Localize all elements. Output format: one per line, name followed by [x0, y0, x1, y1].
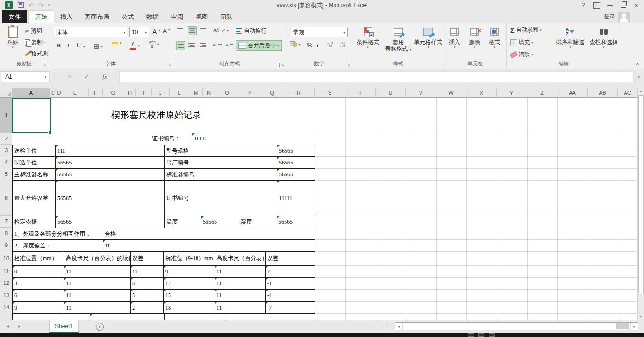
sheet-cell[interactable]: 11 [64, 265, 131, 278]
sheet-cell[interactable]: 11 [215, 301, 266, 314]
number-format-combo[interactable]: 常规▾ [291, 27, 348, 37]
ribbon-tab-插入[interactable]: 插入 [54, 10, 79, 23]
row-header-5[interactable]: 5 [0, 168, 12, 180]
increase-decimal-button[interactable]: ←.0.00 [327, 41, 333, 48]
cancel-button[interactable]: × [63, 71, 77, 82]
borders-button[interactable]: ⊞▾ [94, 42, 103, 51]
sheet-cell[interactable]: 15 [163, 289, 215, 302]
sheet-cell[interactable]: 0 [12, 265, 64, 278]
ribbon-tab-视图[interactable]: 视图 [189, 10, 214, 23]
sheet-cell[interactable]: 56565 [55, 156, 165, 169]
sheet-cell[interactable]: 56565 [55, 180, 165, 216]
underline-button[interactable]: U [77, 42, 81, 49]
sign-in-area[interactable]: 登录 [604, 10, 630, 23]
alignment-dialog-launcher-icon[interactable]: ↘ [279, 63, 284, 67]
sheet-cell[interactable]: 误差 [265, 251, 315, 266]
decrease-decimal-button[interactable]: .00→.0 [339, 41, 345, 48]
sheet-cell[interactable]: 5 [130, 289, 164, 302]
row-header-1[interactable]: 1 [0, 98, 12, 133]
insert-function-button[interactable]: fx [98, 71, 112, 82]
column-header-C[interactable]: C [50, 88, 56, 98]
underline-dropdown-icon[interactable]: ▾ [83, 45, 85, 48]
italic-button[interactable]: I [67, 42, 69, 49]
column-header-A[interactable]: A [12, 88, 50, 98]
column-header-Z[interactable]: Z [527, 88, 557, 98]
column-header-E[interactable]: E [62, 88, 89, 98]
delete-cells-button[interactable]: × 删除▾ [465, 25, 484, 49]
merge-center-button[interactable]: 合并后居中▾ [236, 40, 282, 51]
column-header-D[interactable]: D [56, 88, 62, 98]
sheet-cell[interactable]: 56565 [277, 156, 315, 169]
copy-button[interactable]: 复制▾ [25, 38, 46, 46]
column-header-X[interactable]: X [466, 88, 497, 98]
column-header-T[interactable]: T [345, 88, 376, 98]
column-header-AA[interactable]: AA [557, 88, 588, 98]
sort-filter-button[interactable]: AZ 排序和筛选▾ [554, 25, 586, 49]
sheet-cell[interactable]: 56565 [277, 145, 315, 157]
row-header-3[interactable]: 3 [0, 145, 12, 156]
row-header-14[interactable]: 14 [0, 301, 12, 313]
font-size-combo[interactable]: 10▾ [129, 27, 149, 37]
sheet-cell[interactable]: 出厂编号 [164, 156, 277, 169]
horizontal-scrollbar-thumb[interactable] [616, 323, 629, 329]
row-header-11[interactable]: 11 [0, 265, 12, 277]
sheet-cell[interactable] [12, 313, 90, 320]
sheet-cell[interactable]: -7 [265, 301, 315, 314]
find-select-button[interactable]: 查找和选择▾ [588, 25, 619, 49]
sheet-cell[interactable]: 11 [215, 265, 266, 278]
conditional-formatting-button[interactable]: ≠ 条件格式▾ [353, 25, 383, 49]
sheet-cell[interactable]: 18 [163, 301, 215, 314]
sheet-cell[interactable]: 6 [12, 289, 64, 302]
autosum-button[interactable]: Σ 自动求和▾ [510, 26, 542, 34]
wrap-text-button[interactable]: 自动换行 [236, 27, 267, 35]
restore-button[interactable] [617, 3, 630, 8]
sheet-cell[interactable]: 2、厚度偏差： [12, 239, 103, 252]
ribbon-tab-file[interactable]: 文件 [2, 10, 27, 23]
sheet-tab-sheet1[interactable]: Sheet1 [49, 320, 79, 333]
sheet-cell[interactable]: 56565 [277, 216, 315, 228]
row-header-6[interactable]: 6 [0, 180, 12, 216]
column-header-P[interactable]: P [239, 88, 261, 98]
sheet-cell[interactable]: 56565 [55, 216, 165, 228]
row-header-8[interactable]: 8 [0, 228, 12, 239]
column-header-R[interactable]: R [283, 88, 315, 98]
row-header-2[interactable]: 2 [0, 133, 12, 145]
scroll-right-icon[interactable]: ► [630, 323, 638, 330]
next-sheet-icon[interactable]: ► [17, 324, 21, 328]
sheet-cell[interactable]: 主标准器名称 [12, 168, 56, 181]
sheet-cell[interactable]: 温度 [164, 216, 201, 228]
sheet-cell[interactable]: 56565 [55, 168, 165, 181]
fill-button[interactable]: ↓ 填充▾ [510, 38, 533, 46]
comma-style-button[interactable]: , [316, 39, 318, 48]
column-header-Y[interactable]: Y [497, 88, 527, 98]
scroll-down-icon[interactable]: ▼ [638, 313, 644, 320]
middle-align-button[interactable] [188, 26, 197, 35]
font-name-combo[interactable]: 宋体▾ [54, 27, 127, 37]
sheet-cell[interactable]: -4 [265, 289, 315, 302]
column-header-Q[interactable]: Q [261, 88, 283, 98]
normal-view-button[interactable] [468, 333, 474, 337]
select-all-corner[interactable] [0, 88, 12, 98]
sheet-cell[interactable]: 标准器编号 [164, 168, 277, 181]
ribbon-tab-审阅[interactable]: 审阅 [165, 10, 189, 23]
sheet-cell[interactable]: 11111 [192, 133, 223, 144]
decrease-indent-button[interactable]: ⇤ [213, 42, 222, 47]
sheet-cell[interactable]: 校准位置（mm） [12, 251, 64, 266]
sheet-cell[interactable]: 11 [215, 289, 266, 302]
column-header-N[interactable]: N [203, 88, 215, 98]
percent-style-button[interactable]: % [307, 41, 313, 48]
column-header-U[interactable]: U [376, 88, 406, 98]
column-header-G[interactable]: G [103, 88, 124, 98]
sheet-cell[interactable] [225, 313, 315, 320]
row-header-13[interactable]: 13 [0, 289, 12, 301]
page-break-view-button[interactable] [489, 333, 495, 337]
horizontal-scrollbar[interactable]: ◄ ► [395, 322, 638, 330]
column-header-V[interactable]: V [406, 88, 436, 98]
fill-color-button[interactable]: ▾ [112, 41, 122, 45]
column-header-I[interactable]: I [136, 88, 152, 98]
cut-button[interactable]: ✂ 剪切 [25, 27, 42, 35]
prev-sheet-icon[interactable]: ◄ [6, 324, 10, 328]
sheet-cell[interactable] [164, 313, 225, 320]
sheet-cell[interactable]: 制造单位 [12, 156, 56, 169]
sheet-cell[interactable]: 11 [64, 301, 131, 314]
